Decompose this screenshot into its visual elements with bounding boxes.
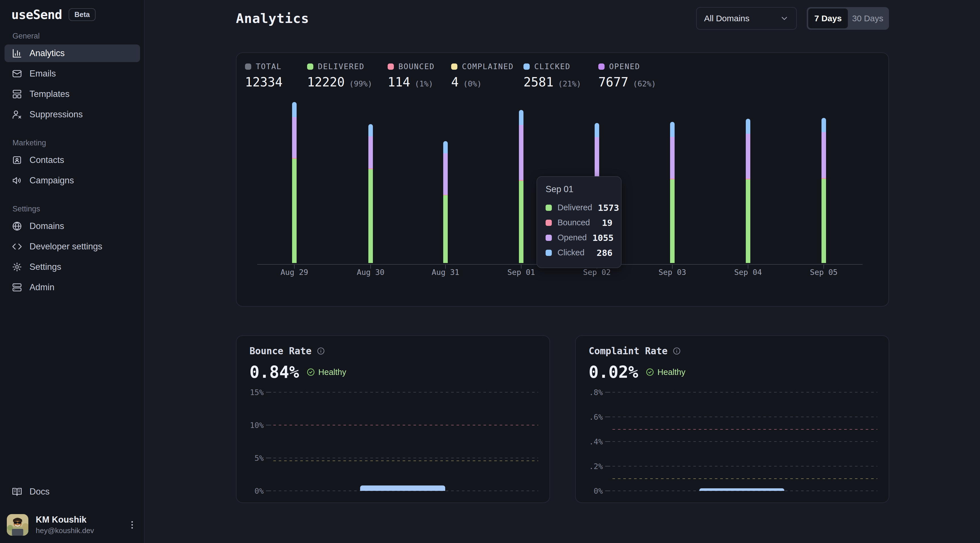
sidebar-item-analytics[interactable]: Analytics (5, 44, 140, 62)
segment-opened (746, 134, 750, 179)
x-axis-label: Sep 03 (644, 268, 701, 276)
sidebar-item-domains[interactable]: Domains (5, 218, 140, 235)
tooltip-row-label: Clicked (557, 248, 584, 257)
tooltip-row-value: 1573 (598, 203, 619, 213)
page-title: Analytics (236, 11, 309, 26)
legend-swatch (546, 220, 552, 226)
avatar (7, 514, 29, 536)
user-email: hey@koushik.dev (36, 526, 94, 535)
bar-sep-04[interactable] (746, 119, 750, 263)
bar-aug-30[interactable] (368, 124, 373, 263)
stat-pct: (21%) (558, 79, 581, 88)
sidebar-item-label: Settings (30, 262, 61, 272)
segment-delivered (368, 169, 373, 263)
globe-icon (12, 221, 22, 231)
bar-sep-01[interactable] (519, 110, 523, 263)
threshold-line-warning (612, 478, 877, 479)
tooltip-row-value: 286 (597, 248, 612, 258)
user-menu-kebab-icon[interactable] (127, 520, 137, 530)
stat-label: CLICKED (534, 62, 571, 71)
stat-head: BOUNCED (388, 62, 435, 71)
book-open-icon (12, 487, 22, 497)
sidebar-nav: GeneralAnalyticsEmailsTemplatesSuppressi… (5, 32, 140, 299)
range-option-7-days[interactable]: 7 Days (808, 8, 848, 29)
stat-pct: (0%) (463, 79, 482, 88)
y-axis-label: .2% (576, 462, 603, 471)
gridline--6- (612, 417, 877, 417)
stat-head: CLICKED (523, 62, 581, 71)
rate-bar (699, 488, 784, 491)
stat-dot (388, 64, 394, 70)
sidebar-item-campaigns[interactable]: Campaigns (5, 172, 140, 189)
segment-delivered (519, 181, 523, 263)
x-axis-label: Aug 31 (417, 268, 474, 276)
tooltip-row-value: 19 (602, 218, 612, 228)
segment-clicked (595, 123, 599, 137)
y-axis-tick (605, 417, 610, 417)
segment-opened (443, 153, 448, 195)
sidebar-item-admin[interactable]: Admin (5, 279, 140, 296)
tooltip-row-opened: Opened1055 (546, 230, 612, 245)
user-info: KM Koushik hey@koushik.dev (36, 514, 94, 535)
stat-delivered: DELIVERED12220(99%) (307, 62, 372, 89)
range-option-30-days[interactable]: 30 Days (848, 8, 888, 29)
stat-pct: (1%) (415, 79, 433, 88)
chart-tooltip: Sep 01 Delivered1573Bounced19Opened1055C… (536, 176, 622, 268)
stat-complained: COMPLAINED4(0%) (451, 62, 514, 89)
user-row[interactable]: KM Koushik hey@koushik.dev (7, 514, 137, 536)
sidebar-item-settings[interactable]: Settings (5, 258, 140, 276)
segment-clicked (746, 119, 750, 134)
stat-dot (307, 64, 313, 70)
layout-icon (12, 89, 22, 99)
y-axis-tick (605, 441, 610, 442)
nav-section-general: GeneralAnalyticsEmailsTemplatesSuppressi… (5, 32, 140, 123)
stat-dot (245, 64, 251, 70)
y-axis-tick (605, 466, 610, 467)
sidebar-item-label: Admin (30, 282, 54, 292)
logo-row: useSend Beta (11, 7, 95, 22)
stat-value-row: 12334 (245, 75, 282, 89)
sidebar-item-templates[interactable]: Templates (5, 85, 140, 103)
date-range-toggle: 7 Days30 Days (807, 7, 889, 30)
bar-aug-29[interactable] (292, 102, 297, 263)
stat-value: 114 (388, 75, 410, 89)
segment-clicked (821, 118, 826, 132)
sidebar-item-developer-settings[interactable]: Developer settings (5, 238, 140, 256)
tooltip-rows: Delivered1573Bounced19Opened1055Clicked2… (546, 200, 612, 260)
stat-pct: (62%) (633, 79, 656, 88)
x-axis-label: Sep 01 (493, 268, 550, 276)
bar-sep-05[interactable] (821, 118, 826, 263)
segment-delivered (292, 159, 297, 263)
domain-filter-select[interactable]: All Domains (696, 7, 797, 30)
stat-value: 2581 (523, 75, 554, 89)
threshold-line-danger (612, 429, 877, 430)
sidebar-item-emails[interactable]: Emails (5, 65, 140, 83)
sidebar-item-label: Campaigns (30, 175, 74, 186)
stat-total: TOTAL12334 (245, 62, 282, 89)
segment-delivered (746, 179, 750, 263)
user-name: KM Koushik (36, 514, 94, 525)
complaint-rate-card: Complaint Rate 0.02% Healthy .8%.6%.4%.2… (575, 335, 889, 503)
x-axis-label: Sep 02 (568, 268, 625, 276)
sidebar-item-contacts[interactable]: Contacts (5, 151, 140, 169)
sidebar-item-suppressions[interactable]: Suppressions (5, 106, 140, 123)
bar-aug-31[interactable] (443, 141, 448, 263)
gridline--2- (612, 466, 877, 467)
nav-section-marketing: MarketingContactsCampaigns (5, 138, 140, 189)
complaint-rate-chart: .8%.6%.4%.2%0% (576, 336, 889, 502)
segment-delivered (443, 195, 448, 263)
stat-value: 12334 (245, 75, 282, 89)
sidebar-item-label: Developer settings (30, 241, 102, 252)
bar-sep-03[interactable] (670, 122, 675, 263)
y-axis-tick (605, 491, 610, 491)
y-axis-label: 10% (237, 421, 264, 430)
y-axis-tick (266, 458, 271, 458)
segment-clicked (519, 110, 523, 125)
sidebar-item-label: Emails (30, 68, 56, 79)
sidebar-item-docs[interactable]: Docs (5, 483, 140, 500)
user-x-icon (12, 110, 22, 120)
segment-opened (821, 132, 826, 178)
stat-value-row: 7677(62%) (598, 75, 656, 89)
stat-value: 4 (451, 75, 459, 89)
stat-dot (451, 64, 457, 70)
